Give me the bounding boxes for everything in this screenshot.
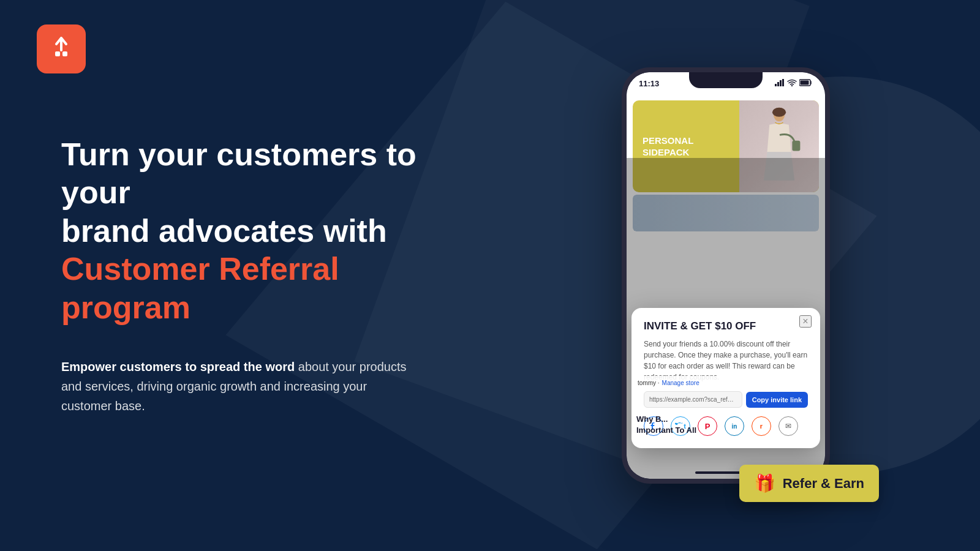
status-icons [775,79,813,88]
svg-point-6 [791,84,793,86]
popup-title: INVITE & GET $10 OFF [644,320,808,332]
svg-rect-3 [777,82,779,86]
copy-invite-button[interactable]: Copy invite link [746,392,808,408]
store-bar-text: tommy · [638,380,660,386]
refer-earn-icon: 🎁 [754,473,775,493]
svg-point-11 [772,108,785,117]
phone-wrapper: 11:13 [622,67,830,484]
manage-store-link[interactable]: Manage store [662,380,699,386]
description-bold: Empower customers to spread the word [61,360,295,373]
battery-icon [799,79,813,88]
status-time: 11:13 [639,79,659,88]
right-panel: 11:13 [521,0,980,551]
svg-rect-2 [775,84,777,86]
blog-title-line2: Important To All [636,425,696,435]
invite-link-display: https://example.com?sca_ref=12YUS16789 [644,391,742,408]
popup-close-button[interactable]: × [799,315,812,328]
left-panel: Turn your customers to your brand advoca… [37,0,466,551]
phone-mockup: 11:13 [622,67,830,484]
refer-earn-text: Refer & Earn [783,476,864,492]
phone-screen: 11:13 [627,72,825,479]
svg-rect-5 [782,79,784,86]
product-label-line1: PERSONAL [643,135,693,146]
status-bar: 11:13 [627,72,825,94]
product-label: PERSONAL SIDEPACK [633,125,703,168]
blog-title-preview: Why B... Important To All [631,414,820,436]
description: Empower customers to spread the word abo… [61,357,417,416]
headline-line2: brand advocates with [61,213,387,249]
blog-title-line1: Why B... [636,414,668,424]
svg-rect-4 [780,80,782,86]
svg-rect-8 [801,80,809,84]
wifi-icon [787,79,797,88]
headline: Turn your customers to your brand advoca… [61,135,441,326]
headline-highlight: Customer Referral program [61,250,441,326]
invite-link-row: https://example.com?sca_ref=12YUS16789 C… [644,391,808,408]
svg-rect-10 [792,141,800,151]
headline-line1: Turn your customers to your [61,137,417,210]
store-bar: tommy · Manage store [631,376,820,390]
product-label-line2: SIDEPACK [643,147,689,157]
signal-icon [775,79,785,88]
refer-earn-button[interactable]: 🎁 Refer & Earn [739,465,879,502]
